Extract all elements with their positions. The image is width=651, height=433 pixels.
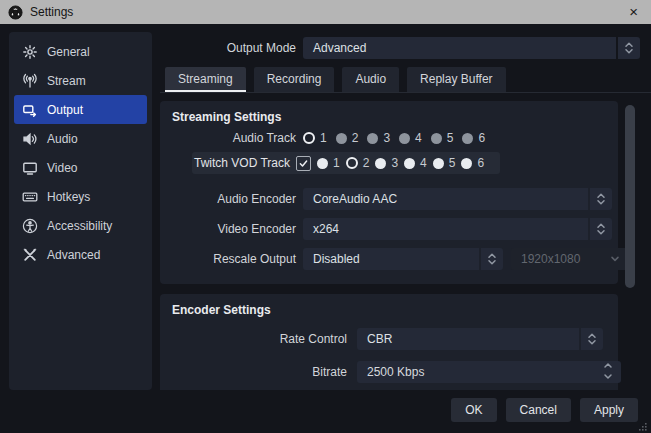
vod-track-radio-5[interactable] [433,158,444,169]
tab-audio[interactable]: Audio [342,67,399,92]
vod-track-radio-2[interactable] [346,157,358,169]
sidebar-item-stream[interactable]: Stream [9,66,152,95]
monitor-icon [22,160,38,176]
tab-streaming[interactable]: Streaming [165,67,246,92]
rescale-output-row: Rescale Output Disabled 1920x1080 [160,248,618,270]
sidebar-item-label: General [47,45,90,59]
output-tabbar: Streaming Recording Audio Replay Buffer [165,67,506,92]
audio-track-radio-6[interactable] [462,133,473,144]
vod-track-radio-3[interactable] [375,158,386,169]
ok-button[interactable]: OK [451,398,496,422]
audio-encoder-select[interactable]: CoreAudio AAC [303,188,612,210]
rate-control-row: Rate Control CBR [160,328,618,350]
rate-control-label: Rate Control [160,332,347,346]
sidebar-item-label: Output [47,103,83,117]
rate-control-select[interactable]: CBR [357,328,603,350]
group-title: Encoder Settings [160,294,618,317]
sidebar-item-general[interactable]: General [9,37,152,66]
audio-track-radio-3[interactable] [367,133,378,144]
audio-track-radio-2[interactable] [336,133,347,144]
audio-track-radio-5[interactable] [431,133,442,144]
output-mode-label: Output Mode [160,41,296,55]
vod-track-radio-1[interactable] [317,158,328,169]
sidebar-item-accessibility[interactable]: Accessibility [9,211,152,240]
tab-replay-buffer[interactable]: Replay Buffer [407,67,506,92]
bitrate-spinbox[interactable]: 2500 Kbps [357,361,621,383]
video-encoder-value: x264 [303,218,588,240]
obs-logo-icon [8,5,23,20]
broadcast-icon [22,73,38,89]
group-title: Streaming Settings [160,101,618,124]
audio-encoder-label: Audio Encoder [160,192,296,206]
video-encoder-row: Video Encoder x264 [160,218,618,240]
spinner-updown-icon[interactable] [481,248,503,270]
rescale-resolution-value: 1920x1080 [521,252,580,266]
audio-track-radio-1[interactable] [303,132,315,144]
settings-main-pane: Output Mode Advanced Streaming Recording… [160,24,651,433]
audio-track-label: Audio Track [160,131,296,145]
rescale-output-value: Disabled [303,248,479,270]
sidebar-item-label: Audio [47,132,78,146]
spinner-updown-icon[interactable] [618,37,640,59]
sidebar-item-label: Hotkeys [47,190,90,204]
keyboard-icon [22,189,38,205]
twitch-vod-track-row: Twitch VOD Track 1 2 3 4 5 6 [192,152,500,174]
tools-icon [22,247,38,263]
sidebar: General Stream Output Audi [9,32,152,390]
spinner-updown-icon[interactable] [590,218,612,240]
video-encoder-label: Video Encoder [160,222,296,236]
twitch-vod-track-label: Twitch VOD Track [192,156,290,170]
speaker-icon [22,131,38,147]
video-encoder-select[interactable]: x264 [303,218,612,240]
audio-encoder-row: Audio Encoder CoreAudio AAC [160,188,618,210]
sidebar-item-hotkeys[interactable]: Hotkeys [9,182,152,211]
output-mode-row: Output Mode Advanced [160,37,651,59]
bitrate-label: Bitrate [160,365,347,379]
apply-button[interactable]: Apply [580,398,638,422]
chevron-down-icon [610,252,620,266]
streaming-settings-group: Streaming Settings Audio Track 1 2 3 4 5… [160,101,618,284]
encoder-settings-group: Encoder Settings Rate Control CBR Bitrat… [160,294,618,390]
output-icon [22,102,38,118]
rate-control-value: CBR [357,328,579,350]
audio-track-radio-4[interactable] [399,133,410,144]
cancel-button[interactable]: Cancel [506,398,571,422]
vod-track-radio-4[interactable] [404,158,415,169]
titlebar: Settings × [0,0,651,24]
gear-icon [22,44,38,60]
spinner-updown-icon[interactable] [603,361,613,384]
twitch-vod-checkbox[interactable] [296,156,311,171]
tab-recording[interactable]: Recording [254,67,335,92]
sidebar-item-label: Stream [47,74,86,88]
close-icon[interactable]: × [616,0,651,24]
sidebar-item-advanced[interactable]: Advanced [9,240,152,269]
resize-grip[interactable] [638,421,648,431]
rescale-output-select[interactable]: Disabled [303,248,503,270]
bitrate-row: Bitrate 2500 Kbps [160,361,618,383]
rescale-output-label: Rescale Output [160,252,296,266]
accessibility-icon [22,218,38,234]
vod-track-radio-6[interactable] [461,158,472,169]
output-mode-value: Advanced [303,37,616,59]
spinner-updown-icon[interactable] [590,188,612,210]
sidebar-item-label: Accessibility [47,219,112,233]
output-mode-select[interactable]: Advanced [303,37,640,59]
sidebar-item-audio[interactable]: Audio [9,124,152,153]
sidebar-item-label: Advanced [47,248,100,262]
audio-encoder-value: CoreAudio AAC [303,188,588,210]
rescale-resolution-select: 1920x1080 [511,248,628,270]
audio-track-row: Audio Track 1 2 3 4 5 6 [160,130,618,146]
settings-scroll-area: Streaming Settings Audio Track 1 2 3 4 5… [160,92,651,390]
window-title: Settings [30,5,73,19]
bitrate-value: 2500 Kbps [367,365,424,379]
scrollbar-thumb[interactable] [625,105,635,288]
spinner-updown-icon[interactable] [581,328,603,350]
sidebar-item-video[interactable]: Video [9,153,152,182]
sidebar-item-output[interactable]: Output [14,95,147,124]
dialog-footer: OK Cancel Apply [451,398,638,422]
sidebar-item-label: Video [47,161,77,175]
